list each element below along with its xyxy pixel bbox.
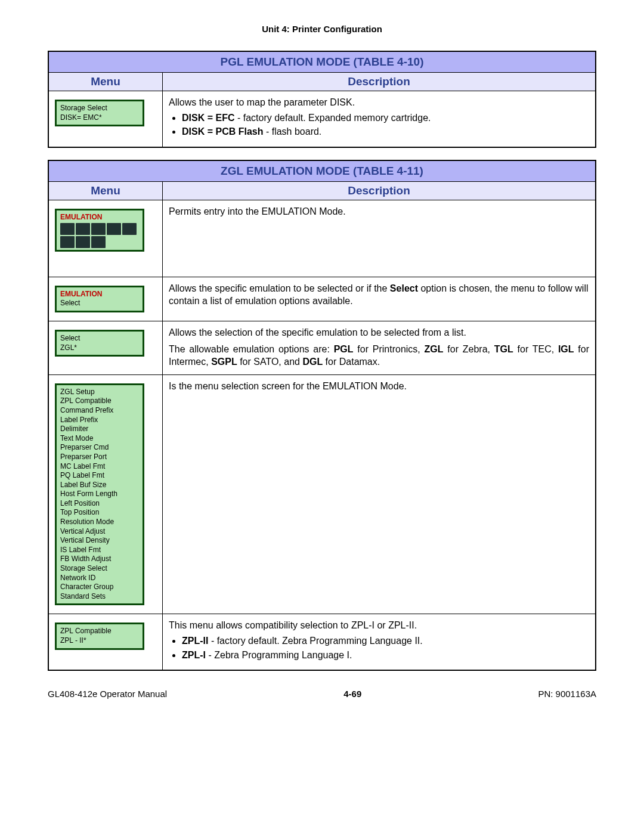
pgl-title: PGL EMULATION MODE (TABLE 4-10) xyxy=(48,51,596,73)
desc-text: Allows the user to map the parameter DIS… xyxy=(169,96,589,109)
table-row: ZPL Compatible ZPL - II* This menu allow… xyxy=(48,614,596,670)
manual-name: GL408-412e Operator Manual xyxy=(48,689,167,699)
zgl-title: ZGL EMULATION MODE (TABLE 4-11) xyxy=(48,160,596,182)
col-menu: Menu xyxy=(48,181,163,200)
lcd-title: EMULATION xyxy=(60,290,139,299)
lcd-line: Storage Select xyxy=(60,104,139,113)
zgl-table: ZGL EMULATION MODE (TABLE 4-11) Menu Des… xyxy=(48,160,596,671)
table-row: Select ZGL* Allows the selection of the … xyxy=(48,321,596,374)
lcd-line: Left Position xyxy=(60,499,139,509)
lcd-icon xyxy=(76,236,90,248)
desc-text: Allows the specific emulation to be sele… xyxy=(169,283,390,293)
lcd-line: Character Group xyxy=(60,583,139,592)
col-menu: Menu xyxy=(48,73,163,91)
lcd-line: Top Position xyxy=(60,508,139,518)
lcd-screen: EMULATION Select xyxy=(55,286,144,312)
desc-text: Allows the selection of the specific emu… xyxy=(169,326,589,339)
lcd-line: DISK= EMC* xyxy=(60,113,139,123)
lcd-line: Preparser Port xyxy=(60,453,139,462)
lcd-screen: Select ZGL* xyxy=(55,330,144,357)
lcd-icon-grid xyxy=(60,223,139,248)
lcd-screen: EMULATION xyxy=(55,209,144,252)
lcd-icon xyxy=(91,236,106,248)
lcd-line: Storage Select xyxy=(60,564,139,574)
col-desc: Description xyxy=(163,73,596,91)
lcd-line: Select xyxy=(60,334,139,343)
page-header: Unit 4: Printer Configuration xyxy=(48,24,596,34)
desc-text: This menu allows compatibility selection… xyxy=(169,619,589,632)
lcd-line: MC Label Fmt xyxy=(60,462,139,472)
lcd-title: EMULATION xyxy=(60,213,139,222)
lcd-line: Text Mode xyxy=(60,434,139,444)
lcd-line: PQ Label Fmt xyxy=(60,471,139,481)
desc-bold: Select xyxy=(390,283,418,293)
lcd-line: ZPL - II* xyxy=(60,636,139,646)
lcd-icon xyxy=(60,236,75,248)
desc-text: Is the menu selection screen for the EMU… xyxy=(169,380,589,393)
pgl-table: PGL EMULATION MODE (TABLE 4-10) Menu Des… xyxy=(48,51,596,148)
page-footer: GL408-412e Operator Manual 4-69 PN: 9001… xyxy=(48,689,596,699)
lcd-icon xyxy=(76,223,90,235)
lcd-line: Vertical Density xyxy=(60,536,139,546)
desc-text: The allowable emulation options are: PGL… xyxy=(169,343,589,368)
list-item: ZPL-II - factory default. Zebra Programm… xyxy=(182,634,589,648)
lcd-icon xyxy=(60,223,75,235)
lcd-icon xyxy=(122,223,137,235)
desc-text: Permits entry into the EMULATION Mode. xyxy=(169,205,589,218)
lcd-line: Command Prefix xyxy=(60,406,139,416)
lcd-screen: ZGL SetupZPL CompatibleCommand PrefixLab… xyxy=(55,383,144,606)
col-desc: Description xyxy=(163,181,596,200)
lcd-line: ZGL* xyxy=(60,343,139,353)
lcd-screen: Storage Select DISK= EMC* xyxy=(55,100,144,126)
lcd-line: FB Width Adjust xyxy=(60,555,139,564)
list-item: DISK = PCB Flash - flash board. xyxy=(182,125,589,138)
lcd-line: IS Label Fmt xyxy=(60,546,139,555)
lcd-line: ZPL Compatible xyxy=(60,627,139,636)
table-row: ZGL SetupZPL CompatibleCommand PrefixLab… xyxy=(48,374,596,614)
lcd-line: Standard Sets xyxy=(60,592,139,602)
lcd-line: Label Buf Size xyxy=(60,481,139,490)
lcd-line: Network ID xyxy=(60,574,139,583)
lcd-line: ZGL Setup xyxy=(60,388,139,397)
lcd-line: ZPL Compatible xyxy=(60,397,139,406)
lcd-line: Vertical Adjust xyxy=(60,527,139,537)
lcd-line: Label Prefix xyxy=(60,416,139,425)
lcd-screen: ZPL Compatible ZPL - II* xyxy=(55,623,144,649)
lcd-line: Preparser Cmd xyxy=(60,443,139,453)
lcd-line: Delimiter xyxy=(60,425,139,434)
lcd-icon xyxy=(91,223,106,235)
list-item: DISK = EFC - factory default. Expanded m… xyxy=(182,112,589,125)
lcd-line: Select xyxy=(60,299,139,308)
part-number: PN: 9001163A xyxy=(538,689,596,699)
table-row: EMULATION Select Allows the specific emu… xyxy=(48,277,596,321)
lcd-line: Host Form Length xyxy=(60,490,139,499)
list-item: ZPL-I - Zebra Programming Language I. xyxy=(182,649,589,662)
lcd-icon xyxy=(107,223,121,235)
lcd-line: Resolution Mode xyxy=(60,518,139,527)
table-row: EMULATION Permits entry into the EMULATI… xyxy=(48,200,596,277)
table-row: Storage Select DISK= EMC* Allows the use… xyxy=(48,91,596,147)
page-number: 4-69 xyxy=(343,689,361,699)
